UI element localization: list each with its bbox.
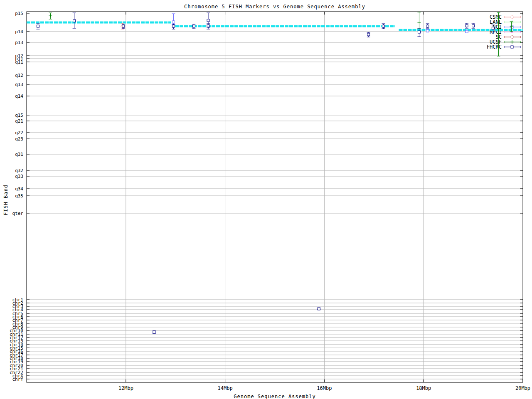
fish-marker-plot: p15p14p13p12p11q11q12q13q14q15q21q22q23q…: [0, 0, 532, 399]
y-tick-label: q35: [15, 193, 23, 199]
y-tick-label: q14: [15, 94, 23, 99]
y-tick-label: q33: [15, 174, 23, 179]
point-fhcrc-marker: [466, 25, 468, 27]
legend-sample-marker: [511, 46, 513, 48]
legend-sample-marker: [510, 35, 514, 39]
point-nci-marker: [426, 30, 429, 32]
plot-border: [27, 12, 523, 382]
legend-label-fhcrc: FHCRC: [487, 44, 502, 50]
y-tick-label: q34: [15, 186, 23, 192]
y-tick-label: q13: [15, 82, 23, 87]
x-tick-label: 14Mbp: [218, 385, 233, 391]
point-fhcrc-marker: [122, 25, 125, 27]
point-fhcrc-marker: [418, 31, 420, 33]
legend-sample-marker: [511, 26, 513, 28]
point-fhcrc-marker: [153, 331, 155, 333]
y-tick-label: chrY: [12, 377, 24, 382]
x-tick-label: 18Mbp: [416, 385, 431, 391]
y-tick-label: p13: [15, 40, 23, 45]
point-fhcrc-marker: [318, 308, 320, 310]
point-fhcrc-marker: [192, 25, 195, 27]
point-fhcrc-marker: [207, 19, 209, 22]
y-tick-label: q15: [15, 113, 23, 118]
y-axis-label: FISH Band: [3, 179, 9, 221]
y-tick-label: q21: [15, 118, 23, 124]
y-tick-label: q32: [15, 168, 23, 173]
y-tick-label: q12: [15, 73, 23, 78]
x-tick-label: 16Mbp: [317, 385, 332, 391]
point-fhcrc-marker: [382, 25, 384, 27]
x-tick-label: 12Mbp: [118, 385, 133, 391]
legend-sample-marker: [510, 15, 514, 19]
chart-stage: p15p14p13p12p11q11q12q13q14q15q21q22q23q…: [0, 0, 532, 399]
y-tick-label: q23: [15, 136, 23, 142]
x-axis-label: Genome Sequence Assembly: [27, 394, 523, 399]
point-fhcrc-marker: [207, 25, 209, 27]
point-fhcrc-marker: [426, 25, 429, 27]
chart-title: Chromosome 5 FISH Markers vs Genome Sequ…: [27, 4, 523, 10]
x-tick-label: 20Mbp: [515, 385, 530, 391]
point-fhcrc-marker: [172, 25, 175, 27]
point-fhcrc-marker: [367, 33, 370, 36]
point-fhcrc-marker: [73, 20, 76, 22]
point-nci-marker: [172, 21, 175, 23]
y-tick-label: q22: [15, 130, 23, 135]
y-tick-label: p15: [15, 11, 23, 16]
y-tick-label: q11: [15, 59, 23, 65]
y-tick-label: q31: [15, 152, 23, 157]
y-tick-label: p14: [15, 29, 23, 34]
point-nci-marker: [466, 30, 468, 33]
y-tick-label: qter: [12, 211, 24, 216]
point-fhcrc-marker: [472, 25, 475, 27]
point-fhcrc-marker: [37, 25, 39, 27]
point-fhcrc-marker: [492, 27, 494, 30]
